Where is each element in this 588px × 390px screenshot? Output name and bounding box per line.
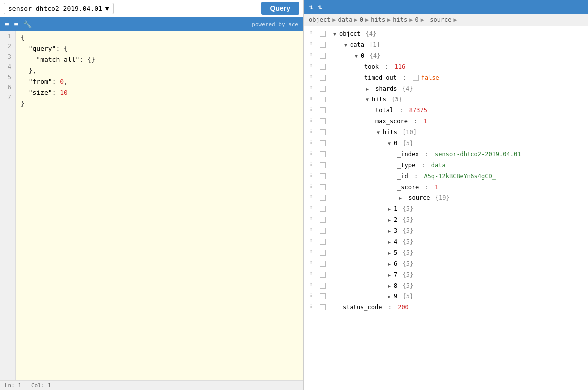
- toggle-btn[interactable]: ▶: [386, 282, 392, 290]
- row-content: _score : 1: [328, 183, 588, 192]
- toggle-btn[interactable]: ▶: [386, 205, 392, 213]
- tree-row: ⠿ _id : A5q-12kBCBeYm6s4gCD_: [304, 171, 588, 182]
- row-content: timed_out : false: [328, 73, 588, 82]
- tree-row: ⠿ ▼ hits [10]: [304, 127, 588, 138]
- row-checkbox[interactable]: [318, 261, 328, 267]
- tree-row: ⠿ status_code : 200: [304, 302, 588, 313]
- tree-row: ⠿ ▼ data [1]: [304, 39, 588, 50]
- row-checkbox[interactable]: [318, 118, 328, 124]
- row-content: max_score : 1: [328, 117, 588, 126]
- toggle-btn[interactable]: ▶: [386, 216, 392, 224]
- format-icon[interactable]: ≡: [5, 20, 9, 28]
- toggle-btn[interactable]: ▼: [343, 41, 349, 49]
- breadcrumb-0[interactable]: 0: [360, 16, 363, 23]
- grip: ⠿: [304, 184, 318, 191]
- code-editor[interactable]: 1 2 3 4 5 6 7 { "query": { "match_all": …: [0, 31, 303, 380]
- row-content: total : 87375: [328, 106, 588, 115]
- row-content: ▼ object {4}: [328, 29, 588, 38]
- row-checkbox[interactable]: [318, 283, 328, 289]
- row-checkbox[interactable]: [318, 173, 328, 179]
- row-content: _index : sensor-dhtco2-2019.04.01: [328, 150, 588, 159]
- grip: ⠿: [304, 41, 318, 48]
- row-checkbox[interactable]: [318, 151, 328, 157]
- toggle-btn[interactable]: ▶: [386, 271, 392, 279]
- row-checkbox[interactable]: [318, 97, 328, 102]
- breadcrumb-hits1[interactable]: hits: [371, 16, 385, 23]
- wrench-icon[interactable]: 🔧: [23, 20, 32, 28]
- tree-row: ⠿ ▶ 6 {5}: [304, 258, 588, 269]
- row-checkbox[interactable]: [318, 162, 328, 168]
- row-checkbox[interactable]: [318, 140, 328, 146]
- tree-row: ⠿ ▶ 8 {5}: [304, 280, 588, 291]
- tree-row: ⠿ ▶ 5 {5}: [304, 247, 588, 258]
- right-panel: ⇅ ⇅ object ▶ data ▶ 0 ▶ hits ▶ hits ▶ 0 …: [304, 0, 588, 390]
- row-checkbox[interactable]: [318, 42, 328, 48]
- toggle-btn[interactable]: ▼: [375, 129, 381, 136]
- toggle-btn[interactable]: ▶: [386, 227, 392, 235]
- toggle-btn[interactable]: ▶: [364, 85, 370, 93]
- row-content: ▶ 9 {5}: [328, 292, 588, 301]
- row-checkbox[interactable]: [318, 228, 328, 234]
- grip: ⠿: [304, 271, 318, 278]
- row-checkbox[interactable]: [318, 195, 328, 201]
- value-checkbox[interactable]: [413, 75, 419, 81]
- toggle-btn[interactable]: ▼: [364, 96, 370, 103]
- row-checkbox[interactable]: [318, 293, 328, 299]
- row-content: ▶ 1 {5}: [328, 204, 588, 213]
- toggle-btn[interactable]: ▼: [386, 140, 392, 147]
- list-icon[interactable]: ≡: [14, 20, 18, 28]
- powered-by-label: powered by ace: [252, 21, 298, 28]
- row-checkbox[interactable]: [318, 53, 328, 59]
- tree-row: ⠿ took : 116: [304, 61, 588, 72]
- toggle-btn[interactable]: ▶: [397, 195, 403, 202]
- line-numbers: 1 2 3 4 5 6 7: [0, 31, 16, 380]
- toggle-btn[interactable]: ▼: [353, 52, 359, 60]
- arrow-icon: ▶: [409, 16, 413, 23]
- row-checkbox[interactable]: [318, 272, 328, 278]
- toggle-btn[interactable]: ▶: [386, 260, 392, 268]
- arrow-icon: ▶: [354, 16, 358, 23]
- row-checkbox[interactable]: [318, 129, 328, 135]
- row-checkbox[interactable]: [318, 250, 328, 256]
- row-checkbox[interactable]: [318, 217, 328, 223]
- row-checkbox[interactable]: [318, 86, 328, 92]
- sort-desc-icon[interactable]: ⇅: [318, 3, 322, 11]
- tree-row: ⠿ ▶ _shards {4}: [304, 83, 588, 94]
- grip: ⠿: [304, 195, 318, 201]
- row-content: ▶ 3 {5}: [328, 226, 588, 235]
- grip: ⠿: [304, 96, 318, 103]
- toggle-btn[interactable]: ▶: [386, 293, 392, 300]
- tree-row: ⠿ ▼ 0 {4}: [304, 50, 588, 61]
- row-checkbox[interactable]: [318, 206, 328, 212]
- row-checkbox[interactable]: [318, 184, 328, 190]
- tree-row: ⠿ _type : data: [304, 160, 588, 171]
- row-checkbox[interactable]: [318, 75, 328, 81]
- row-content: took : 116: [328, 62, 588, 71]
- query-button[interactable]: Query: [261, 2, 299, 15]
- row-checkbox[interactable]: [318, 239, 328, 245]
- chevron-down-icon: ▼: [105, 5, 109, 12]
- code-content[interactable]: { "query": { "match_all": {} }, "from": …: [16, 31, 303, 380]
- breadcrumb-object[interactable]: object: [309, 16, 330, 23]
- toggle-btn[interactable]: ▶: [386, 238, 392, 246]
- tree-row: ⠿ ▼ hits {3}: [304, 94, 588, 105]
- row-content: ▶ _shards {4}: [328, 84, 588, 93]
- breadcrumb-hits2[interactable]: hits: [393, 16, 407, 23]
- grip: ⠿: [304, 52, 318, 59]
- sort-asc-icon[interactable]: ⇅: [309, 3, 313, 11]
- toggle-btn[interactable]: ▼: [332, 30, 338, 38]
- breadcrumb-0b[interactable]: 0: [415, 16, 418, 23]
- row-checkbox[interactable]: [318, 64, 328, 70]
- right-header: ⇅ ⇅: [304, 0, 588, 14]
- toggle-btn[interactable]: ▶: [386, 249, 392, 257]
- breadcrumb-data[interactable]: data: [338, 16, 353, 23]
- index-selector[interactable]: sensor-dhtco2-2019.04.01 ▼: [4, 3, 114, 14]
- row-content: status_code : 200: [328, 303, 588, 312]
- grip: ⠿: [304, 260, 318, 267]
- row-content: ▶ 7 {5}: [328, 270, 588, 279]
- breadcrumb-source[interactable]: _source: [426, 16, 452, 23]
- row-checkbox[interactable]: [318, 107, 328, 113]
- row-checkbox[interactable]: [318, 304, 328, 310]
- row-checkbox[interactable]: [318, 31, 328, 37]
- grip: ⠿: [304, 249, 318, 256]
